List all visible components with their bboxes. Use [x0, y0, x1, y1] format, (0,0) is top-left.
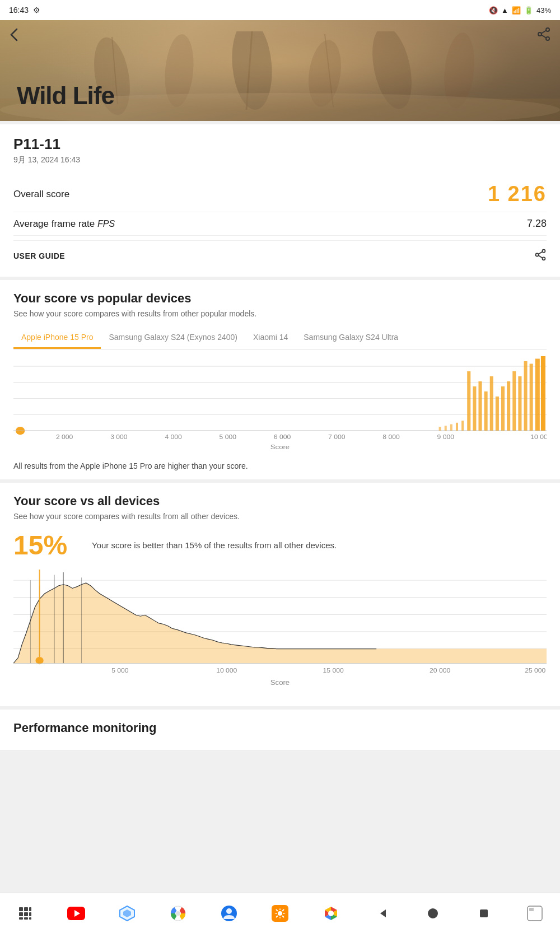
tab-s24ultra[interactable]: Samsung Galaxy S24 Ultra [296, 327, 406, 349]
svg-rect-36 [524, 361, 527, 431]
tab-xiaomi14[interactable]: Xiaomi 14 [245, 327, 296, 349]
vs-all-title: Your score vs all devices [13, 494, 547, 509]
svg-text:2 000: 2 000 [56, 434, 73, 440]
contacts-icon[interactable] [219, 903, 239, 923]
svg-rect-78 [24, 907, 28, 911]
wps-icon[interactable] [117, 903, 137, 923]
svg-line-20 [539, 255, 543, 258]
svg-rect-26 [467, 371, 470, 431]
svg-text:25 000: 25 000 [525, 666, 546, 674]
svg-rect-39 [541, 356, 545, 431]
svg-point-16 [542, 250, 545, 253]
tab-iphone15pro[interactable]: Apple iPhone 15 Pro [13, 327, 101, 349]
svg-text:20 000: 20 000 [430, 666, 451, 674]
svg-text:10 000: 10 000 [216, 666, 237, 674]
svg-text:Score: Score [270, 444, 290, 451]
tab-s24exynos[interactable]: Samsung Galaxy S24 (Exynos 2400) [101, 327, 245, 349]
svg-point-18 [542, 257, 545, 260]
svg-rect-100 [480, 909, 488, 917]
svg-line-15 [542, 35, 546, 38]
vs-popular-title: Your score vs popular devices [13, 291, 547, 306]
svg-text:Score: Score [270, 678, 290, 687]
signal-icon: ▲ [501, 6, 508, 15]
overall-score-label: Overall score [13, 189, 69, 200]
svg-text:3 000: 3 000 [110, 434, 127, 440]
svg-rect-82 [29, 912, 31, 916]
chart-note: All results from the Apple iPhone 15 Pro… [13, 461, 547, 470]
svg-rect-27 [473, 386, 476, 431]
svg-rect-77 [19, 907, 23, 911]
svg-text:4 000: 4 000 [165, 434, 181, 440]
svg-rect-83 [19, 917, 23, 920]
svg-rect-37 [530, 364, 533, 431]
svg-point-94 [226, 908, 232, 914]
score-card: P11-11 9月 13, 2024 16:43 Overall score 1… [0, 124, 560, 277]
svg-rect-30 [490, 376, 493, 431]
grid-icon[interactable] [15, 903, 35, 923]
vs-popular-card: Your score vs popular devices See how yo… [0, 280, 560, 479]
fps-label: Average frame rate FPS [13, 218, 115, 230]
extra-nav-icon[interactable] [525, 903, 545, 923]
fps-row: Average frame rate FPS 7.28 [13, 212, 547, 236]
svg-rect-38 [535, 359, 540, 431]
vs-all-subtitle: See how your score compares with results… [13, 512, 547, 521]
vs-popular-subtitle: See how your score compares with results… [13, 309, 547, 318]
vs-popular-chart-svg: 2 000 3 000 4 000 5 000 6 000 7 000 8 00… [13, 356, 547, 457]
svg-point-13 [546, 37, 549, 40]
bottom-nav [0, 893, 560, 933]
svg-rect-85 [29, 917, 31, 920]
hero-section: Wild Life [0, 20, 560, 121]
svg-point-92 [176, 911, 180, 916]
perf-title: Performance monitoring [13, 721, 547, 735]
svg-marker-98 [380, 909, 386, 917]
back-nav-icon[interactable] [372, 903, 392, 923]
svg-point-11 [546, 28, 549, 31]
svg-text:9 000: 9 000 [437, 434, 454, 440]
svg-rect-43 [456, 423, 458, 431]
svg-point-99 [428, 908, 438, 918]
time-display: 16:43 [9, 6, 29, 15]
svg-rect-29 [484, 391, 488, 431]
share-button-hero[interactable] [536, 27, 551, 45]
status-bar: 16:43 ⚙ 🔇 ▲ 📶 🔋 43% [0, 0, 560, 20]
svg-rect-31 [496, 396, 499, 431]
youtube-icon[interactable] [66, 903, 86, 923]
svg-line-14 [542, 31, 546, 34]
big-percent: 15% [13, 530, 81, 561]
svg-rect-41 [445, 426, 447, 431]
fps-value: 7.28 [527, 218, 547, 230]
svg-rect-33 [507, 381, 510, 431]
user-guide-share-icon[interactable] [534, 249, 547, 263]
hero-title: Wild Life [17, 82, 114, 110]
svg-text:5 000: 5 000 [111, 666, 129, 674]
device-tabs: Apple iPhone 15 Pro Samsung Galaxy S24 (… [13, 327, 547, 349]
user-guide-row: USER GUIDE [13, 240, 547, 265]
percent-row: 15% Your score is better than 15% of the… [13, 530, 547, 561]
svg-rect-42 [450, 424, 452, 431]
svg-text:8 000: 8 000 [382, 434, 399, 440]
svg-point-17 [536, 253, 539, 256]
overall-score-value: 1 216 [488, 182, 547, 206]
svg-point-97 [328, 911, 334, 916]
status-left: 16:43 ⚙ [9, 6, 40, 15]
svg-rect-40 [439, 427, 441, 431]
back-button[interactable] [7, 27, 22, 46]
mute-icon: 🔇 [489, 6, 498, 15]
svg-text:15 000: 15 000 [323, 666, 344, 674]
settings-icon[interactable] [270, 903, 290, 923]
wifi-icon: 📶 [512, 6, 521, 15]
battery-percent: 43% [536, 6, 551, 15]
status-right: 🔇 ▲ 📶 🔋 43% [489, 6, 551, 15]
home-nav-icon[interactable] [423, 903, 443, 923]
device-id: P11-11 [13, 136, 547, 153]
recents-nav-icon[interactable] [474, 903, 494, 923]
svg-text:5 000: 5 000 [220, 434, 236, 440]
svg-marker-62 [13, 583, 547, 663]
photos-icon[interactable] [321, 903, 341, 923]
svg-rect-32 [501, 386, 505, 431]
vs-all-chart: 5 000 10 000 15 000 20 000 25 000 Score [13, 570, 547, 693]
chrome-icon[interactable] [168, 903, 188, 923]
gear-icon: ⚙ [33, 6, 40, 15]
svg-rect-28 [478, 381, 482, 431]
score-date: 9月 13, 2024 16:43 [13, 155, 547, 165]
